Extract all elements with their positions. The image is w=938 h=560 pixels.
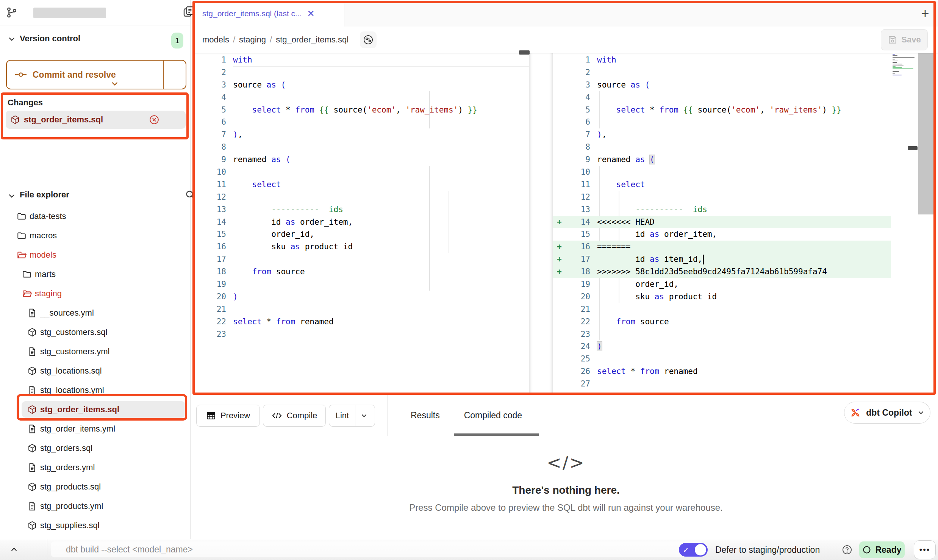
code-icon bbox=[272, 411, 282, 420]
file-item-stg-locations-yml[interactable]: stg_locations.yml bbox=[0, 380, 190, 400]
code-line: 4 bbox=[553, 91, 891, 104]
code-line: 1with bbox=[194, 54, 529, 66]
file-explorer-section-header[interactable]: File explorer bbox=[0, 185, 190, 205]
code-line: 8 bbox=[194, 141, 529, 153]
diff-add-marker bbox=[553, 316, 567, 328]
ready-label: Ready bbox=[875, 545, 901, 555]
file-item-label: stg_order_items.yml bbox=[40, 424, 115, 434]
tab-stg-order-items[interactable]: stg_order_items.sql (last c... ✕ bbox=[194, 1, 344, 27]
discard-change-icon[interactable] bbox=[149, 115, 159, 125]
dbt-copilot-button[interactable]: dbt Copilot bbox=[844, 402, 930, 424]
doc-icon bbox=[27, 501, 37, 511]
defer-toggle[interactable]: ✓ bbox=[679, 543, 708, 557]
diff-add-marker bbox=[553, 141, 567, 153]
tab-results[interactable]: Results bbox=[411, 410, 440, 421]
file-item-stg-customers-yml[interactable]: stg_customers.yml bbox=[0, 342, 190, 361]
line-number: 5 bbox=[194, 104, 233, 116]
line-number: 26 bbox=[567, 365, 597, 378]
code-line: 23 bbox=[553, 328, 891, 341]
line-content bbox=[233, 116, 529, 128]
line-content bbox=[233, 141, 529, 153]
chevron-down-icon[interactable] bbox=[110, 79, 120, 89]
line-content: ======= bbox=[597, 241, 891, 253]
line-content: sku as product_id bbox=[233, 241, 529, 253]
file-item-data-tests[interactable]: data-tests bbox=[0, 206, 190, 226]
command-input[interactable] bbox=[51, 541, 702, 557]
empty-state-title: There's nothing here. bbox=[194, 484, 938, 496]
left-pane-scrollbar-thumb[interactable] bbox=[519, 50, 530, 55]
breadcrumb: models/staging/stg_order_items.sql bbox=[202, 27, 349, 53]
toggle-knob bbox=[695, 544, 706, 555]
close-icon[interactable]: ✕ bbox=[307, 8, 315, 19]
code-line: 22select * from renamed bbox=[194, 316, 529, 328]
lineage-button[interactable] bbox=[360, 31, 377, 48]
folder-open-icon bbox=[17, 250, 27, 260]
file-item-marts[interactable]: marts bbox=[0, 264, 190, 284]
file-item-models[interactable]: models bbox=[0, 245, 190, 264]
empty-state-subtitle: Press Compile above to preview the SQL d… bbox=[194, 502, 938, 513]
line-content bbox=[233, 278, 529, 291]
file-explorer-label: File explorer bbox=[20, 190, 69, 200]
line-content: ---------- ids bbox=[233, 203, 529, 216]
copy-icon[interactable] bbox=[183, 5, 195, 17]
tab-compiled-code[interactable]: Compiled code bbox=[464, 410, 522, 421]
code-pane-left[interactable]: 1with23source as (45 select * from {{ so… bbox=[194, 54, 529, 340]
lint-split-divider bbox=[355, 405, 355, 426]
file-item-macros[interactable]: macros bbox=[0, 226, 190, 245]
file-item-stg-order-items-yml[interactable]: stg_order_items.yml bbox=[0, 419, 190, 438]
editor-tab-bar: stg_order_items.sql (last c... ✕ + bbox=[194, 1, 938, 27]
file-item-stg-products-yml[interactable]: stg_products.yml bbox=[0, 496, 190, 516]
save-icon bbox=[888, 35, 897, 45]
file-item-label: stg_locations.yml bbox=[40, 385, 104, 395]
line-content: order_id, bbox=[233, 228, 529, 241]
file-item--sources-yml[interactable]: __sources.yml bbox=[0, 303, 190, 322]
code-line: 25 bbox=[553, 353, 891, 365]
compiled-code-empty-state: </> There's nothing here. Press Compile … bbox=[194, 436, 938, 539]
code-line: 15 order_id, bbox=[194, 228, 529, 241]
line-content: >>>>>>> 58c1dd23d5eebd9cd2495fa7124ab61b… bbox=[597, 266, 891, 278]
dbt-logo-icon bbox=[849, 407, 861, 419]
version-control-label: Version control bbox=[20, 34, 80, 44]
file-item-staging[interactable]: staging bbox=[0, 284, 190, 303]
minimap[interactable] bbox=[893, 54, 917, 77]
file-item-stg-locations-sql[interactable]: stg_locations.sql bbox=[0, 361, 190, 380]
section-divider bbox=[0, 182, 190, 182]
file-item-stg-order-items-sql[interactable]: stg_order_items.sql bbox=[0, 400, 190, 419]
code-line: 19 bbox=[194, 278, 529, 291]
file-item-label: data-tests bbox=[30, 211, 66, 221]
commit-and-resolve-button[interactable]: Commit and resolve bbox=[6, 60, 186, 89]
save-label: Save bbox=[901, 35, 921, 45]
file-item-stg-supplies-sql[interactable]: stg_supplies.sql bbox=[0, 516, 190, 535]
code-line: 6 bbox=[194, 116, 529, 128]
editor-scrollbar[interactable] bbox=[918, 53, 934, 214]
commit-and-resolve-label: Commit and resolve bbox=[33, 70, 116, 80]
save-button[interactable]: Save bbox=[881, 29, 928, 50]
line-number: 13 bbox=[194, 203, 233, 216]
line-content: select bbox=[233, 178, 529, 191]
file-item-stg-customers-sql[interactable]: stg_customers.sql bbox=[0, 322, 190, 342]
code-pane-right[interactable]: 1with23source as (45 select * from {{ so… bbox=[553, 54, 891, 390]
more-options-button[interactable]: ••• bbox=[914, 540, 936, 559]
help-icon[interactable] bbox=[842, 544, 852, 555]
lineage-icon bbox=[363, 34, 374, 45]
line-content bbox=[233, 91, 529, 104]
lint-button[interactable]: Lint bbox=[329, 405, 375, 427]
version-control-section-header[interactable]: Version control 1 bbox=[0, 30, 190, 47]
file-item-stg-orders-sql[interactable]: stg_orders.sql bbox=[0, 438, 190, 458]
chevron-down-icon[interactable] bbox=[360, 411, 368, 420]
changed-file-item[interactable]: stg_order_items.sql bbox=[6, 111, 186, 129]
code-line: 2 bbox=[194, 66, 529, 79]
code-line: 10 bbox=[194, 166, 529, 178]
new-tab-button[interactable]: + bbox=[917, 6, 933, 21]
file-item-stg-products-sql[interactable]: stg_products.sql bbox=[0, 477, 190, 496]
diff-add-marker bbox=[553, 303, 567, 316]
code-line: 5 select * from {{ source('ecom', 'raw_i… bbox=[553, 104, 891, 116]
line-number: 25 bbox=[567, 353, 597, 365]
file-item-stg-orders-yml[interactable]: stg_orders.yml bbox=[0, 458, 190, 477]
line-content bbox=[597, 141, 891, 153]
preview-button[interactable]: Preview bbox=[196, 405, 260, 427]
compile-button[interactable]: Compile bbox=[263, 405, 326, 427]
file-item-label: stg_customers.yml bbox=[40, 347, 109, 357]
line-number: 19 bbox=[194, 278, 233, 291]
chevron-up-icon[interactable] bbox=[9, 544, 19, 554]
